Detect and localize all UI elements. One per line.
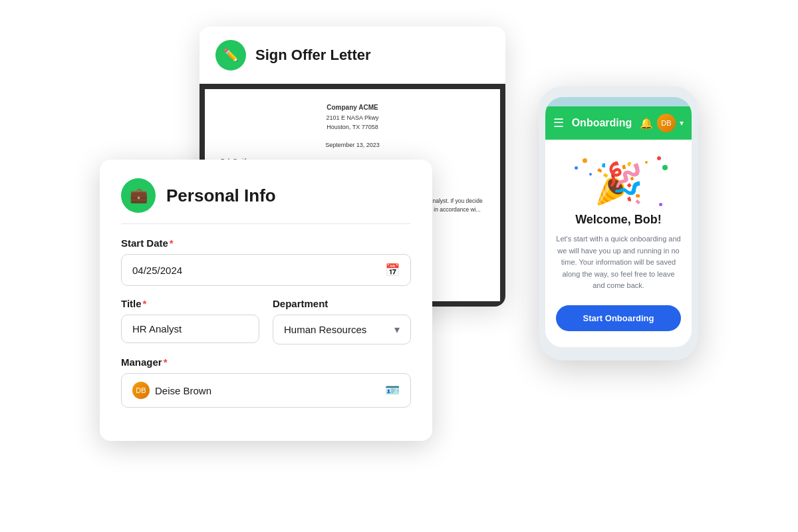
confetti-area: 🎉	[556, 153, 681, 213]
mobile-top-bar	[545, 97, 692, 106]
department-value: Human Resources	[284, 324, 366, 335]
start-onboarding-button[interactable]: Start Onboarding	[556, 305, 681, 331]
department-label: Department	[273, 298, 411, 309]
title-department-row: Title* HR Analyst Department Human Resou…	[121, 298, 411, 356]
doc-company-header: Company ACME 2101 E NASA Pkwy Houston, T…	[221, 102, 484, 132]
start-date-label: Start Date*	[121, 237, 411, 249]
personal-info-title: Personal Info	[166, 186, 276, 206]
party-popper-icon: 🎉	[594, 160, 644, 207]
mobile-app-title: Onboarding	[572, 117, 632, 129]
manager-value: Deise Brown	[155, 385, 211, 396]
doc-address2: Houston, TX 77058	[221, 122, 484, 132]
title-label: Title*	[121, 298, 259, 309]
offer-header: ✏️ Sign Offer Letter	[200, 27, 505, 84]
mobile-body: 🎉 Welcome, Bob! Let's start with a quick…	[545, 140, 692, 347]
pencil-icon: ✏️	[215, 40, 246, 70]
manager-label: Manager*	[121, 356, 411, 368]
mobile-description: Let's start with a quick onboarding and …	[556, 233, 681, 292]
confetti-dot-2	[575, 166, 578, 170]
start-date-input[interactable]: 04/25/2024 📅	[121, 254, 411, 286]
manager-field: Manager* DB Deise Brown 🪪	[121, 356, 411, 408]
briefcase-icon: 💼	[121, 178, 156, 213]
required-star: *	[170, 237, 174, 249]
doc-address1: 2101 E NASA Pkwy	[221, 113, 484, 122]
confetti-dot-3	[657, 156, 661, 160]
title-field: Title* HR Analyst	[121, 298, 259, 356]
personal-header: 💼 Personal Info	[121, 178, 411, 224]
calendar-icon: 📅	[385, 263, 400, 277]
mobile-screen: ☰ Onboarding 🔔 DB ▾ 🎉	[545, 97, 692, 347]
mobile-chevron-icon: ▾	[680, 118, 684, 128]
title-value: HR Analyst	[132, 323, 182, 334]
mobile-header-right: 🔔 DB ▾	[640, 114, 684, 132]
doc-company-name: Company ACME	[221, 102, 484, 113]
confetti-star-2	[589, 172, 592, 176]
mobile-welcome-text: Welcome, Bob!	[556, 213, 681, 227]
hamburger-icon[interactable]: ☰	[553, 116, 564, 130]
confetti-dot-1	[583, 158, 587, 163]
offer-title: Sign Offer Letter	[255, 47, 371, 64]
personal-info-card: 💼 Personal Info Start Date* 04/25/2024 📅…	[100, 160, 432, 441]
mobile-nav-bar: ☰ Onboarding 🔔 DB ▾	[545, 106, 692, 140]
department-field: Department Human Resources ▾	[273, 298, 411, 356]
scene: ✏️ Sign Offer Letter Company ACME 2101 E…	[100, 27, 698, 505]
manager-left: DB Deise Brown	[132, 382, 211, 399]
manager-required-star: *	[164, 356, 168, 368]
department-input[interactable]: Human Resources ▾	[273, 315, 411, 344]
title-required-star: *	[143, 298, 147, 309]
confetti-dot-5	[659, 203, 662, 206]
doc-date: September 13, 2023	[221, 140, 484, 150]
mobile-user-avatar[interactable]: DB	[657, 114, 676, 132]
mobile-card: ☰ Onboarding 🔔 DB ▾ 🎉	[539, 86, 698, 360]
title-input[interactable]: HR Analyst	[121, 315, 259, 343]
confetti-dot-4	[662, 165, 668, 170]
confetti-star-1	[644, 160, 648, 164]
chevron-down-icon: ▾	[394, 323, 400, 336]
bell-icon[interactable]: 🔔	[640, 117, 653, 130]
manager-avatar: DB	[132, 382, 150, 399]
person-select-icon: 🪪	[385, 383, 400, 398]
manager-input[interactable]: DB Deise Brown 🪪	[121, 373, 411, 408]
start-date-value: 04/25/2024	[132, 265, 182, 276]
start-date-field: Start Date* 04/25/2024 📅	[121, 237, 411, 286]
